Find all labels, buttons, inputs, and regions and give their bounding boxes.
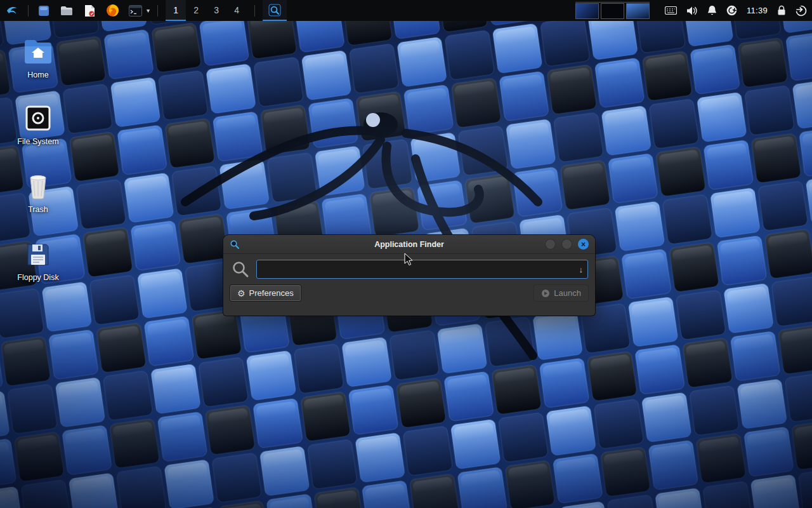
window-title: Application Finder [223,240,595,249]
floppy-disk-icon [25,238,51,267]
desktop-icon-trash[interactable]: Trash [8,170,69,214]
panel-task-thumbnails[interactable] [575,2,650,19]
workspace-4[interactable]: 4 [226,0,247,21]
desktop-icon-floppy[interactable]: Floppy Disk [8,238,69,282]
desktop-icon-filesystem[interactable]: File System [8,102,69,146]
desktop-icon-label: Home [27,70,48,79]
desktop-icon-label: File System [17,137,58,146]
trash-icon [25,170,51,199]
close-button[interactable]: × [578,239,589,250]
chevron-down-icon[interactable]: ▾ [147,7,150,14]
desktop-icon-home[interactable]: Home [8,36,69,79]
desktop-icon-label: Trash [28,205,48,214]
desktop-icon-label: Floppy Disk [17,273,58,282]
home-folder-icon [23,36,53,65]
application-finder-window: Application Finder × ↓ ⚙ Preferences [223,235,595,316]
keyboard-layout-icon[interactable] [665,6,677,15]
search-icon [232,260,249,278]
workspace-2[interactable]: 2 [186,0,206,21]
clock[interactable]: 11:39 [747,6,768,15]
files-app-icon[interactable] [36,3,51,18]
preferences-label: Preferences [249,288,294,298]
search-entry: ↓ [256,260,588,279]
appfinder-window-icon [230,239,240,250]
logout-power-icon[interactable] [796,5,807,17]
notifications-bell-icon[interactable] [707,5,717,16]
task-thumbnail[interactable] [575,3,599,19]
terminal-icon[interactable] [128,3,143,18]
preferences-button[interactable]: ⚙ Preferences [230,284,301,302]
panel-separator [254,5,255,17]
volume-icon[interactable] [686,6,698,16]
lock-screen-icon[interactable] [777,5,786,16]
system-tray: 11:39 [665,5,807,17]
launch-label: Launch [554,288,581,298]
top-panel: ▾ 1 2 3 4 11:39 [0,0,812,21]
workspace-3[interactable]: 3 [206,0,226,21]
task-thumbnail[interactable] [601,3,624,19]
taskbar-appfinder-icon[interactable] [263,0,287,21]
launch-button[interactable]: Launch [534,284,589,302]
status-update-icon[interactable] [726,5,737,16]
panel-separator [157,5,158,17]
task-thumbnail[interactable] [626,3,650,19]
search-input[interactable] [256,260,588,279]
filesystem-drive-icon [25,102,51,131]
workspace-1[interactable]: 1 [166,0,186,21]
text-editor-icon[interactable] [82,3,97,18]
titlebar[interactable]: Application Finder × [223,235,595,254]
maximize-button[interactable] [561,239,572,250]
firefox-icon[interactable] [105,3,120,18]
panel-separator [28,5,29,17]
launch-icon [541,289,550,298]
dropdown-arrow-icon[interactable]: ↓ [579,265,584,274]
gear-icon: ⚙ [237,289,246,298]
workspace-switcher: 1 2 3 4 [166,0,247,21]
kali-menu-icon[interactable] [5,3,20,18]
minimize-button[interactable] [545,239,556,250]
file-manager-folder-icon[interactable] [59,3,74,18]
